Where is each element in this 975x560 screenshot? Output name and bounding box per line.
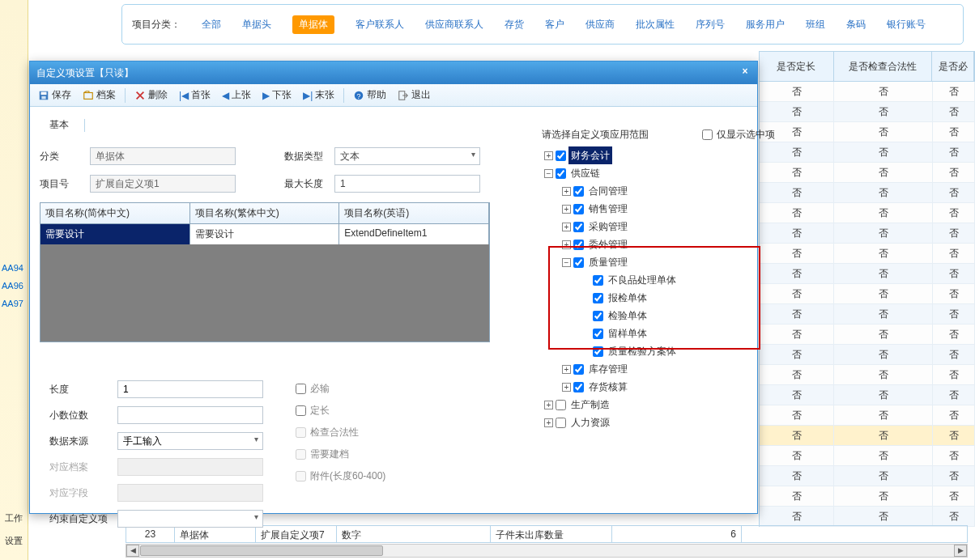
tree-node-stock[interactable]: +存货核算 [542, 378, 775, 396]
filter-tab-9[interactable]: 序列号 [696, 18, 725, 32]
scroll-left-arrow[interactable]: ◀ [126, 545, 139, 557]
filter-tab-4[interactable]: 供应商联系人 [425, 18, 483, 32]
bg-table-row[interactable]: 否否否 [760, 284, 975, 304]
bg-table-row[interactable]: 否否否 [760, 345, 975, 365]
tree-checkbox[interactable] [556, 418, 566, 428]
tree-node-contract[interactable]: +合同管理 [542, 182, 775, 200]
bg-th-fixed[interactable]: 是否定长 [760, 52, 834, 81]
tree-checkbox[interactable] [573, 186, 584, 197]
bg-table-row[interactable]: 否否否 [760, 122, 975, 142]
tree-node-inspect-req[interactable]: 报检单体 [542, 289, 775, 307]
bg-table-row[interactable]: 否否否 [760, 466, 975, 486]
delete-button[interactable]: 删除 [130, 86, 172, 104]
tree-node-sample[interactable]: 留样单体 [542, 325, 775, 342]
scroll-right-arrow[interactable]: ▶ [954, 545, 967, 557]
tree-toggle-icon[interactable]: + [562, 187, 571, 196]
source-select[interactable] [117, 432, 263, 450]
last-button[interactable]: ▶| 末张 [298, 86, 339, 104]
tree-checkbox[interactable] [556, 400, 566, 410]
tree-checkbox[interactable] [573, 204, 584, 214]
category-field[interactable] [90, 147, 236, 165]
tree-checkbox[interactable] [573, 257, 584, 268]
tree-toggle-icon[interactable]: + [562, 383, 571, 392]
bg-table-row[interactable]: 否否否 [760, 365, 975, 385]
filter-tab-13[interactable]: 银行账号 [887, 18, 926, 32]
tree-node-hr[interactable]: +人力资源 [542, 414, 775, 431]
bg-table-row[interactable]: 否否否 [760, 325, 975, 345]
tree-toggle-icon[interactable]: + [544, 401, 553, 409]
maxlen-field[interactable] [334, 175, 480, 193]
tree-checkbox[interactable] [573, 364, 584, 375]
tree-node-qcplan[interactable]: 质量检验方案体 [542, 342, 775, 360]
tree-toggle-icon[interactable]: + [544, 151, 553, 160]
filter-tab-7[interactable]: 供应商 [585, 18, 615, 32]
tree-toggle-icon[interactable]: + [544, 418, 553, 427]
bg-table-row[interactable]: 否否否 [760, 244, 975, 264]
grid-th-en[interactable]: 项目名称(英语) [339, 203, 489, 224]
grid-row-selected[interactable]: 需要设计 需要设计 ExtendDefineItem1 [40, 224, 489, 244]
filter-tab-3[interactable]: 客户联系人 [356, 18, 404, 32]
first-button[interactable]: |◀ 首张 [174, 86, 215, 104]
bg-table-row[interactable]: 否否否 [760, 102, 975, 122]
tree-node-defect[interactable]: 不良品处理单体 [542, 271, 775, 289]
tree-node-inspect[interactable]: 检验单体 [542, 307, 775, 325]
close-icon[interactable]: × [738, 66, 752, 80]
tab-basic[interactable]: 基本 [40, 115, 79, 137]
tree-toggle-icon[interactable]: + [562, 205, 571, 214]
tree-node-purchase[interactable]: +采购管理 [542, 218, 775, 235]
tree-node-sales[interactable]: +销售管理 [542, 200, 775, 218]
filter-tab-12[interactable]: 条码 [846, 18, 866, 32]
tree-checkbox[interactable] [556, 168, 566, 179]
filter-tab-5[interactable]: 存货 [505, 18, 524, 32]
horizontal-scrollbar[interactable]: ◀ ▶ [126, 544, 968, 558]
tree-toggle-icon[interactable]: − [544, 169, 553, 178]
length-field[interactable] [117, 380, 263, 398]
bg-table-row[interactable]: 否否否 [760, 304, 975, 325]
dialog-titlebar[interactable]: 自定义项设置【只读】 × [30, 62, 757, 84]
fixed-checkbox[interactable] [296, 405, 306, 416]
tree-checkbox[interactable] [593, 329, 603, 339]
tree-node-quality[interactable]: −质量管理 [542, 253, 775, 271]
constraint-select[interactable] [117, 510, 263, 528]
grid-th-tw[interactable]: 项目名称(繁体中文) [190, 203, 340, 224]
save-button[interactable]: 保存 [33, 86, 76, 104]
tree-node-supply[interactable]: −供应链 [542, 164, 775, 182]
bg-table-row[interactable]: 否否否 [760, 507, 975, 527]
tree-checkbox[interactable] [573, 222, 584, 232]
bg-table-row[interactable]: 否否否 [760, 82, 975, 102]
bg-table-row[interactable]: 否否否 [760, 405, 975, 426]
itemno-field[interactable] [90, 175, 236, 193]
required-checkbox[interactable] [296, 384, 306, 394]
datatype-select[interactable] [334, 147, 480, 165]
scroll-thumb[interactable] [140, 545, 383, 556]
filter-tab-0[interactable]: 全部 [202, 18, 221, 32]
tree-node-warehouse[interactable]: +库存管理 [542, 360, 775, 378]
tree-node-mfg[interactable]: +生产制造 [542, 396, 775, 414]
tree-checkbox[interactable] [573, 240, 584, 250]
bg-th-required[interactable]: 是否必 [932, 52, 974, 81]
filter-tab-10[interactable]: 服务用户 [746, 18, 785, 32]
filter-tab-8[interactable]: 批次属性 [636, 18, 675, 32]
tree-node-outsource[interactable]: +委外管理 [542, 235, 775, 253]
exit-button[interactable]: 退出 [393, 86, 436, 104]
bg-table-row[interactable]: 否否否 [760, 183, 975, 203]
sidebar-item-work[interactable]: 工作 [3, 509, 24, 528]
decimal-field[interactable] [117, 406, 263, 424]
code-item[interactable]: AA97 [0, 295, 25, 312]
tree-checkbox[interactable] [593, 311, 603, 321]
grid-th-cn[interactable]: 项目名称(简体中文) [40, 203, 190, 224]
bg-table-row[interactable]: 否否否 [760, 142, 975, 163]
filter-tab-11[interactable]: 班组 [806, 18, 825, 32]
tree-checkbox[interactable] [573, 382, 584, 392]
tree-toggle-icon[interactable]: + [562, 223, 571, 231]
tree-checkbox[interactable] [593, 293, 603, 303]
tree-toggle-icon[interactable]: − [562, 258, 571, 267]
code-item[interactable]: AA96 [0, 277, 25, 295]
code-item[interactable]: AA94 [0, 259, 25, 277]
filter-tab-6[interactable]: 客户 [545, 18, 564, 32]
help-button[interactable]: ? 帮助 [348, 86, 391, 104]
bg-table-row[interactable]: 否否否 [760, 486, 975, 507]
scope-tree[interactable]: +财务会计−供应链+合同管理+销售管理+采购管理+委外管理−质量管理不良品处理单… [542, 146, 775, 511]
filter-tab-1[interactable]: 单据头 [242, 18, 271, 32]
bg-th-check[interactable]: 是否检查合法性 [834, 52, 933, 81]
